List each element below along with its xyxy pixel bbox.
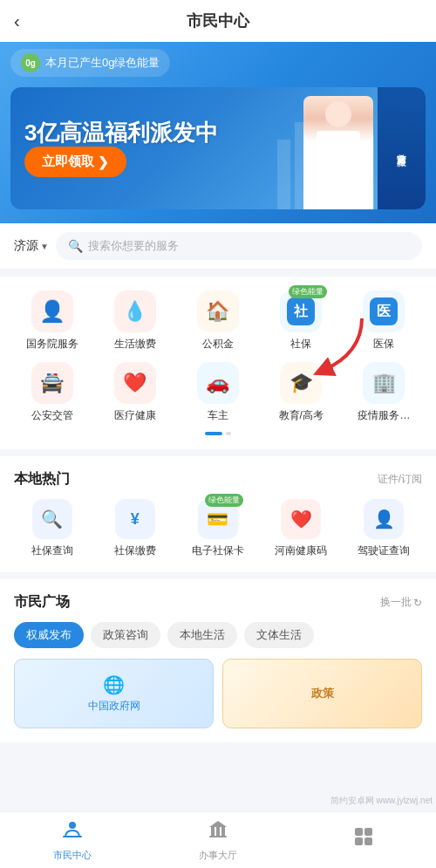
service-item-bill[interactable]: 💧生活缴费 (97, 290, 173, 352)
nav-item-citizen[interactable]: 市民中心 (0, 818, 146, 862)
service-item-fund[interactable]: 🏠公积金 (180, 290, 255, 352)
news-row: 🌐 中国政府网 政策 (14, 659, 422, 728)
service-label-bill: 生活缴费 (114, 337, 156, 352)
nav-icon-citizen (61, 818, 84, 846)
local-item-e-social[interactable]: 绿色能量💳电子社保卡 (180, 499, 255, 558)
service-icon-social: 社 (287, 297, 315, 325)
page-title: 市民中心 (187, 10, 249, 31)
svg-rect-0 (277, 140, 290, 209)
banner-cta-button[interactable]: 立即领取 ❯ (24, 147, 126, 177)
service-icon-edu: 🎓 (290, 372, 313, 394)
nav-icon-hall (207, 818, 229, 846)
svg-rect-11 (211, 827, 215, 836)
watermark: 简约安卓网 www.jylzwj.net (330, 795, 433, 807)
local-label-license: 驾驶证查询 (358, 543, 410, 558)
bottom-nav: 市民中心 办事大厅 (0, 811, 436, 868)
local-item-health-code[interactable]: ❤️河南健康码 (263, 499, 339, 558)
local-label-health-code: 河南健康码 (275, 543, 327, 558)
service-label-health: 医疗健康 (114, 408, 156, 423)
service-label-medical: 医保 (373, 337, 394, 352)
policy-card-label: 政策 (311, 686, 334, 701)
service-item-epidemic[interactable]: 🏢疫情服务… (346, 362, 422, 423)
local-icon-social-query: 🔍 (41, 509, 63, 530)
service-label-car: 车主 (208, 408, 228, 423)
banner[interactable]: 3亿高温福利派发中 立即领取 ❯ 首席清凉官 薇娅 (10, 87, 426, 209)
local-hot-section: 本地热门 证件/订阅 🔍社保查询¥社保缴费绿色能量💳电子社保卡❤️河南健康码👤驾… (0, 456, 436, 572)
local-item-social-query[interactable]: 🔍社保查询 (14, 499, 90, 558)
service-label-epidemic: 疫情服务… (358, 408, 410, 423)
local-hot-title: 本地热门 (14, 470, 70, 489)
local-hot-grid: 🔍社保查询¥社保缴费绿色能量💳电子社保卡❤️河南健康码👤驾驶证查询 (14, 499, 422, 558)
energy-bar[interactable]: 0g 本月已产生0g绿色能量 (10, 49, 170, 77)
svg-rect-15 (355, 828, 363, 836)
local-icon-e-social: 💳 (207, 509, 228, 530)
svg-rect-17 (355, 837, 363, 845)
service-item-edu[interactable]: 🎓教育/高考 (263, 362, 339, 423)
search-section: 济源 ▼ 🔍 搜索你想要的服务 (0, 223, 436, 270)
plaza-tab-bar: 权威发布政策咨询本地生活文体生活 (14, 622, 422, 648)
service-item-gov[interactable]: 👤国务院服务 (14, 290, 90, 352)
service-icon-fund: 🏠 (206, 300, 229, 323)
green-badge-social: 绿色能量 (289, 285, 327, 298)
service-item-police[interactable]: 🚔公安交管 (14, 362, 90, 423)
service-item-medical[interactable]: 医医保 (346, 290, 422, 352)
plaza-refresh[interactable]: 换一批 ↻ (380, 595, 422, 610)
back-button[interactable]: ‹ (14, 11, 20, 31)
services-grid: 👤国务院服务💧生活缴费🏠公积金绿色能量社社保医医保🚔公安交管❤️医疗健康🚗车主🎓… (14, 290, 422, 423)
news-card-policy[interactable]: 政策 (222, 659, 422, 728)
service-icon-epidemic: 🏢 (372, 372, 396, 394)
nav-label-hall: 办事大厅 (199, 849, 237, 862)
plaza-section: 市民广场 换一批 ↻ 权威发布政策咨询本地生活文体生活 🌐 中国政府网 政策 (0, 579, 436, 742)
services-section: 👤国务院服务💧生活缴费🏠公积金绿色能量社社保医医保🚔公安交管❤️医疗健康🚗车主🎓… (0, 277, 436, 449)
dot-inactive-1 (226, 432, 231, 435)
tab-local-life[interactable]: 本地生活 (167, 622, 237, 648)
gov-card-label: 中国政府网 (88, 699, 140, 714)
nav-item-hall[interactable]: 办事大厅 (146, 818, 291, 862)
search-icon: 🔍 (68, 239, 83, 253)
search-placeholder-text: 搜索你想要的服务 (88, 238, 179, 254)
service-label-gov: 国务院服务 (26, 337, 78, 352)
svg-rect-18 (364, 837, 372, 845)
pagination-dots (14, 432, 422, 435)
city-dropdown-icon: ▼ (40, 242, 49, 251)
service-item-car[interactable]: 🚗车主 (180, 362, 255, 423)
local-hot-link[interactable]: 证件/订阅 (378, 472, 422, 487)
service-icon-health: ❤️ (123, 372, 146, 394)
service-item-health[interactable]: ❤️医疗健康 (97, 362, 173, 423)
svg-marker-10 (209, 821, 227, 827)
service-label-edu: 教育/高考 (279, 408, 324, 423)
banner-side-panel: 首席清凉官 薇娅 (378, 87, 426, 209)
news-card-gov[interactable]: 🌐 中国政府网 (14, 659, 214, 728)
nav-item-more[interactable] (290, 825, 436, 856)
svg-rect-13 (221, 827, 225, 836)
tab-authority[interactable]: 权威发布 (14, 622, 84, 648)
plaza-title: 市民广场 (14, 593, 70, 612)
local-icon-health-code: ❤️ (290, 509, 312, 530)
service-item-social[interactable]: 绿色能量社社保 (263, 290, 339, 352)
svg-rect-16 (364, 828, 372, 836)
service-icon-bill: 💧 (123, 300, 146, 323)
top-section: 0g 本月已产生0g绿色能量 3亿高温福利派发中 立即领取 ❯ (0, 42, 436, 223)
header: ‹ 市民中心 (0, 0, 436, 42)
local-icon-social-pay: ¥ (131, 510, 140, 529)
search-bar[interactable]: 🔍 搜索你想要的服务 (56, 232, 422, 260)
local-item-license[interactable]: 👤驾驶证查询 (346, 499, 422, 558)
local-label-social-pay: 社保缴费 (114, 543, 156, 558)
banner-person-illustration (303, 96, 373, 209)
tab-policy[interactable]: 政策咨询 (91, 622, 160, 648)
tab-culture[interactable]: 文体生活 (244, 622, 314, 648)
svg-rect-12 (216, 827, 220, 836)
banner-side-text: 首席清凉官 薇娅 (395, 147, 408, 149)
local-label-e-social: 电子社保卡 (192, 543, 244, 558)
nav-label-citizen: 市民中心 (53, 849, 92, 862)
local-icon-license: 👤 (373, 509, 395, 530)
city-selector[interactable]: 济源 ▼ (14, 238, 49, 254)
service-label-fund: 公积金 (202, 337, 234, 352)
service-icon-car: 🚗 (206, 372, 229, 394)
nav-icon-more (352, 825, 375, 853)
svg-point-8 (69, 822, 76, 829)
local-item-social-pay[interactable]: ¥社保缴费 (97, 499, 173, 558)
service-icon-medical: 医 (370, 297, 398, 325)
energy-text: 本月已产生0g绿色能量 (45, 55, 160, 71)
local-hot-header: 本地热门 证件/订阅 (14, 470, 422, 489)
